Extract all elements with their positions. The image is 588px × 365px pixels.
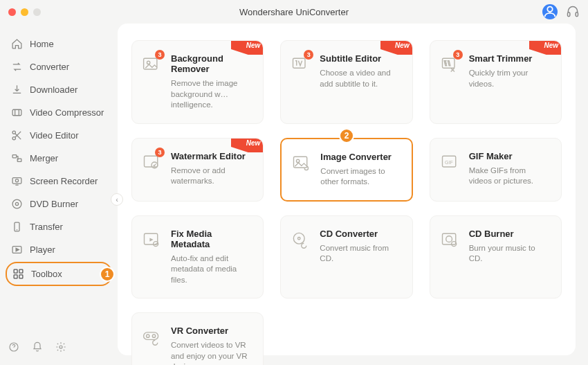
svg-point-10	[12, 199, 21, 208]
tool-description: Make GIFs from videos or pictures.	[469, 166, 550, 187]
svg-rect-17	[19, 275, 23, 278]
new-badge: New	[380, 41, 412, 55]
svg-rect-24	[145, 156, 158, 167]
play-icon	[11, 244, 23, 256]
sidebar-item-label: Screen Recorder	[30, 176, 98, 186]
support-icon[interactable]	[566, 5, 580, 19]
tool-description: Remove the image background w… intellige…	[171, 78, 252, 111]
tool-description: Convert music from CD.	[320, 243, 401, 265]
tool-image-converter[interactable]: Image Converter Convert images to other …	[280, 138, 412, 202]
svg-point-19	[59, 346, 62, 348]
tool-description: Auto-fix and edit metadata of media file…	[171, 253, 252, 286]
close-window-button[interactable]	[8, 8, 16, 16]
tool-background-remover[interactable]: New 3 Background Remover Remove the imag…	[131, 40, 264, 124]
app-title: Wondershare UniConverter	[0, 7, 588, 17]
tool-title: Fix Media Metadata	[171, 229, 252, 249]
svg-point-27	[297, 159, 300, 162]
tool-vr-converter[interactable]: VR Converter Convert videos to VR and en…	[131, 312, 264, 365]
tool-title: VR Converter	[171, 326, 252, 336]
svg-rect-6	[12, 155, 17, 158]
tool-description: Quickly trim your videos.	[469, 68, 550, 89]
svg-rect-15	[19, 269, 23, 273]
sidebar-item-player[interactable]: Player	[6, 239, 112, 260]
svg-text:GIF: GIF	[445, 159, 453, 164]
tool-description: Burn your music to CD.	[469, 243, 550, 265]
tool-title: Background Remover	[171, 53, 252, 74]
tool-title: Watermark Editor	[171, 151, 252, 161]
svg-point-9	[15, 179, 18, 182]
sidebar-item-video-editor[interactable]: Video Editor	[6, 125, 112, 146]
sidebar-item-label: Video Editor	[30, 130, 79, 141]
sidebar-item-merger[interactable]: Merger	[6, 148, 112, 169]
sidebar-item-converter[interactable]: Converter	[6, 56, 112, 78]
svg-rect-8	[12, 178, 21, 184]
notification-badge: 3	[155, 148, 165, 157]
tool-cd-burner[interactable]: CD Burner Burn your music to CD.	[430, 215, 562, 299]
svg-point-4	[12, 131, 15, 134]
sidebar-item-downloader[interactable]: Downloader	[6, 79, 112, 100]
sidebar-item-label: Converter	[30, 62, 69, 72]
merge-icon	[11, 152, 23, 164]
annotation-1: 1	[100, 267, 115, 282]
user-avatar[interactable]	[542, 4, 558, 19]
tool-title: Subtitle Editor	[320, 53, 401, 64]
sidebar-item-label: Merger	[30, 153, 58, 163]
tool-smart-trimmer[interactable]: New 3 Smart Trimmer Quickly trim your vi…	[430, 40, 562, 124]
metadata-icon	[142, 230, 161, 249]
cd-convert-icon	[291, 230, 310, 249]
tool-cd-converter[interactable]: CD Converter Convert music from CD.	[280, 215, 412, 299]
tool-gif-maker[interactable]: GIF GIF Maker Make GIFs from videos or p…	[430, 138, 562, 202]
toolbox-icon	[12, 268, 24, 280]
svg-point-11	[15, 202, 18, 205]
sidebar-item-home[interactable]: Home	[6, 33, 112, 55]
svg-rect-34	[442, 233, 455, 244]
disc-icon	[11, 198, 23, 210]
window-controls	[8, 8, 41, 16]
sidebar-item-label: Downloader	[30, 84, 77, 95]
sidebar-item-dvd-burner[interactable]: DVD Burner	[6, 193, 112, 215]
tool-description: Remove or add watermarks.	[171, 166, 252, 187]
sidebar-item-screen-recorder[interactable]: Screen Recorder	[6, 170, 112, 192]
tool-fix-media-metadata[interactable]: Fix Media Metadata Auto-fix and edit met…	[131, 215, 264, 299]
sidebar-item-label: DVD Burner	[30, 199, 78, 209]
minimize-window-button[interactable]	[21, 8, 28, 16]
svg-point-5	[12, 137, 15, 140]
vr-icon	[142, 327, 161, 346]
tool-title: CD Burner	[469, 229, 550, 239]
svg-point-35	[445, 235, 452, 242]
sidebar-item-transfer[interactable]: Transfer	[6, 216, 112, 238]
tool-title: CD Converter	[320, 229, 401, 239]
new-badge: New	[231, 139, 263, 152]
sidebar-item-toolbox[interactable]: Toolbox 1	[6, 262, 112, 286]
sidebar-item-label: Video Compressor	[30, 107, 104, 118]
svg-point-38	[147, 335, 149, 337]
screen-record-icon	[11, 175, 23, 187]
sidebar-item-label: Toolbox	[31, 269, 62, 279]
svg-point-39	[152, 335, 155, 337]
settings-icon[interactable]	[55, 341, 66, 353]
download-icon	[11, 84, 23, 96]
tool-grid: New 3 Background Remover Remove the imag…	[131, 40, 562, 365]
svg-rect-2	[576, 12, 578, 17]
bell-icon[interactable]	[32, 341, 43, 353]
main-panel: ‹ New 3 Background Remover Remove the im…	[118, 24, 588, 365]
tool-description: Convert videos to VR and enjoy on your V…	[171, 340, 252, 365]
sidebar-item-video-compressor[interactable]: Video Compressor	[6, 102, 112, 123]
help-icon[interactable]	[8, 341, 19, 353]
tool-watermark-editor[interactable]: New 3 Watermark Editor Remove or add wat…	[131, 138, 264, 202]
compress-icon	[11, 107, 23, 118]
svg-rect-14	[14, 269, 17, 273]
titlebar: Wondershare UniConverter	[0, 0, 588, 24]
gif-icon: GIF	[440, 152, 459, 172]
tool-subtitle-editor[interactable]: New 3 Subtitle Editor Choose a video and…	[280, 40, 412, 124]
svg-rect-3	[12, 109, 21, 116]
svg-point-32	[294, 233, 305, 244]
maximize-window-button[interactable]	[33, 8, 41, 16]
tool-title: Smart Trimmer	[469, 53, 550, 64]
tool-description: Choose a video and add subtitle to it.	[320, 68, 401, 89]
sidebar-item-label: Player	[30, 244, 55, 255]
new-badge: New	[529, 41, 561, 55]
collapse-sidebar-button[interactable]: ‹	[111, 193, 123, 206]
home-icon	[11, 38, 23, 50]
sidebar-item-label: Transfer	[30, 222, 63, 232]
